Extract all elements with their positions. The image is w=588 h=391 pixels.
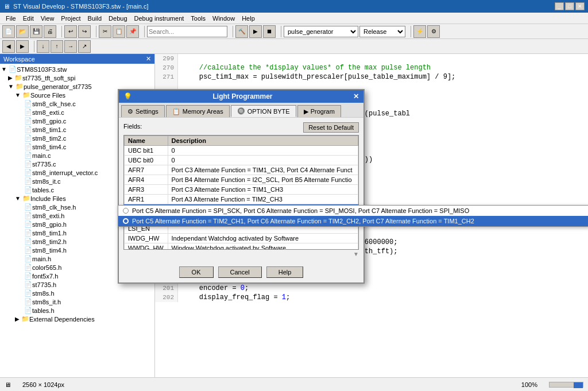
cell-name: UBC bit1 — [125, 146, 168, 156]
cell-desc: Port A3 Alternate Function = TIM2_CH3 — [168, 195, 358, 204]
table-row-afr3[interactable]: AFR3 Port C3 Alternate Function = TIM1_C… — [125, 185, 358, 195]
option-byte-table[interactable]: Name Description UBC bit1 0 UBC bit0 0 — [123, 135, 359, 250]
dropdown-item-spi[interactable]: Port C5 Alternate Function = SPI_SCK, Po… — [118, 206, 588, 216]
option-icon: 🔘 — [237, 107, 245, 115]
program-icon: ▶ — [304, 108, 308, 115]
memory-icon: 📋 — [172, 108, 180, 115]
tab-settings-label: Settings — [136, 108, 158, 115]
cell-desc: Port C3 Alternate Function = TIM1_CH3 — [168, 185, 358, 195]
tab-option-byte[interactable]: 🔘 OPTION BYTE — [231, 105, 296, 117]
table-row-wwdg[interactable]: WWDG_HW Window Watchdog activated by Sof… — [125, 243, 358, 250]
cell-name: AFR7 — [125, 165, 168, 175]
radio-spi — [123, 208, 129, 214]
table-row-afr4[interactable]: AFR4 Port B4 Alternate Function = I2C_SC… — [125, 175, 358, 185]
cell-name: AFR3 — [125, 185, 168, 195]
tab-program-label: Program — [311, 108, 335, 115]
table-row-iwdg[interactable]: IWDG_HW Independant Watchdog activated b… — [125, 234, 358, 243]
cell-name: AFR4 — [125, 175, 168, 185]
table-row-ubc1[interactable]: UBC bit1 0 — [125, 146, 358, 156]
dialog-content: Fields: Reset to Default Name Descriptio… — [119, 118, 363, 262]
cell-desc: Window Watchdog activated by Software — [168, 243, 358, 250]
cell-desc: Port B4 Alternate Function = I2C_SCL, Po… — [168, 175, 358, 185]
dropdown-item-text-tim2: Port C5 Alternate Function = TIM2_CH1, P… — [132, 218, 474, 224]
table-scroll-indicator: ▼ — [123, 251, 359, 257]
cell-name: UBC bit0 — [125, 156, 168, 165]
cell-name: WWDG_HW — [125, 243, 168, 250]
tab-program[interactable]: ▶ Program — [297, 105, 341, 117]
cell-name: IWDG_HW — [125, 234, 168, 243]
afr0-dropdown[interactable]: Port C5 Alternate Function = SPI_SCK, Po… — [118, 205, 588, 227]
cell-desc: 0 — [168, 146, 358, 156]
tab-memory-areas[interactable]: 📋 Memory Areas — [166, 105, 230, 117]
fields-label: Fields: — [123, 123, 142, 130]
dialog-tabs: ⚙ Settings 📋 Memory Areas 🔘 OPTION BYTE … — [119, 103, 363, 118]
ok-button[interactable]: OK — [179, 266, 214, 278]
dialog-overlay: 💡 Light Programmer ✕ ⚙ Settings 📋 Memory… — [0, 0, 588, 391]
dialog-title-icon: 💡 — [123, 92, 132, 100]
fields-row: Fields: Reset to Default — [123, 122, 359, 133]
dropdown-item-tim2[interactable]: Port C5 Alternate Function = TIM2_CH1, P… — [118, 216, 588, 226]
dialog-close-button[interactable]: ✕ — [353, 92, 359, 100]
tab-settings[interactable]: ⚙ Settings — [121, 105, 165, 117]
tab-option-label: OPTION BYTE — [247, 108, 290, 115]
table-row-afr7[interactable]: AFR7 Port C3 Alternate Function = TIM1_C… — [125, 165, 358, 175]
light-programmer-dialog: 💡 Light Programmer ✕ ⚙ Settings 📋 Memory… — [118, 89, 365, 284]
reset-default-button[interactable]: Reset to Default — [303, 122, 359, 133]
cell-desc: 0 — [168, 156, 358, 165]
settings-icon: ⚙ — [127, 108, 133, 115]
option-table: Name Description UBC bit1 0 UBC bit0 0 — [124, 136, 358, 250]
dialog-title-bar: 💡 Light Programmer ✕ — [119, 90, 363, 103]
dialog-buttons: OK Cancel Help — [119, 262, 363, 282]
col-name: Name — [125, 136, 168, 146]
dropdown-item-text: Port C5 Alternate Function = SPI_SCK, Po… — [132, 207, 469, 214]
tab-memory-label: Memory Areas — [183, 108, 223, 115]
help-button[interactable]: Help — [266, 266, 304, 278]
table-row-afr1[interactable]: AFR1 Port A3 Alternate Function = TIM2_C… — [125, 195, 358, 204]
cell-desc: Independant Watchdog activated by Softwa… — [168, 234, 358, 243]
col-desc: Description — [168, 136, 358, 146]
cell-name: AFR1 — [125, 195, 168, 204]
table-row-ubc0[interactable]: UBC bit0 0 — [125, 156, 358, 165]
cell-desc: Port C3 Alternate Function = TIM1_CH3, P… — [168, 165, 358, 175]
radio-tim2 — [123, 218, 129, 224]
cancel-button[interactable]: Cancel — [218, 266, 262, 278]
dialog-title-text: Light Programmer — [212, 92, 272, 100]
